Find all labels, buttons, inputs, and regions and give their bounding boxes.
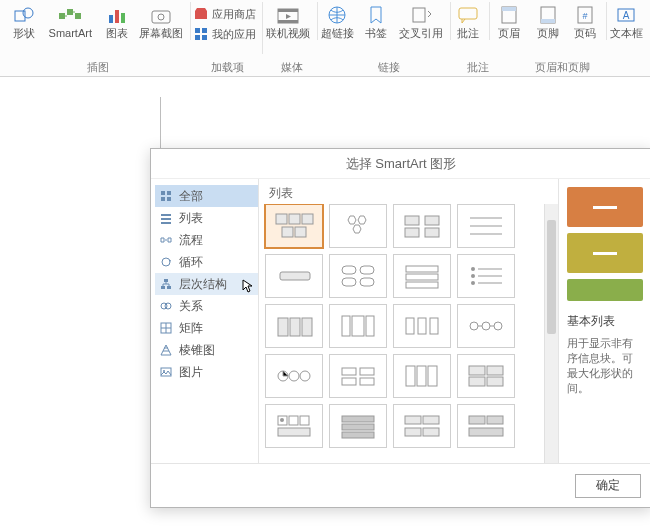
category-all-label: 全部 [179,188,203,205]
category-pyramid[interactable]: 棱锥图 [155,339,258,361]
thumb-varying-width-list[interactable] [329,304,387,348]
svg-rect-38 [161,286,165,289]
category-list-item[interactable]: 列表 [155,207,258,229]
thumb-continuous-picture-list[interactable] [457,354,515,398]
thumb-alternating-list[interactable] [393,404,451,448]
thumb-horizontal-picture-list[interactable] [393,354,451,398]
thumb-trapezoid-list[interactable] [393,304,451,348]
video-icon [276,4,300,26]
smartart-button[interactable]: SmartArt [43,2,98,40]
hierarchy-icon [159,277,173,291]
category-relationship[interactable]: 关系 [155,295,258,317]
svg-rect-48 [282,227,293,237]
scrollbar-thumb[interactable] [547,220,556,334]
thumb-bracket-list[interactable] [457,404,515,448]
svg-rect-11 [195,28,200,33]
pagenumber-button[interactable]: # 页码 [568,2,607,40]
svg-rect-54 [280,272,310,280]
svg-rect-58 [360,278,374,286]
svg-rect-69 [352,316,364,336]
appstore-button[interactable]: 应用商店 [193,4,256,24]
thumb-picture-caption-list[interactable] [393,204,451,248]
preview-swatch-3 [567,279,643,301]
dialog-title: 选择 SmartArt 图形 [151,149,650,179]
thumb-tab-list[interactable] [265,304,323,348]
svg-rect-100 [423,416,439,424]
bookmark-label: 书签 [365,27,387,40]
svg-rect-24 [541,19,555,23]
thumb-basic-block-list[interactable] [265,204,323,248]
svg-rect-17 [278,20,298,23]
category-cycle[interactable]: 循环 [155,251,258,273]
cycle-icon [159,255,173,269]
gallery-scrollbar[interactable] [544,204,558,463]
relationship-icon [159,299,173,313]
thumb-grouped-list[interactable] [329,354,387,398]
svg-rect-43 [161,368,171,376]
thumb-stacked-list-2[interactable] [329,404,387,448]
svg-rect-8 [152,11,170,23]
category-hierarchy[interactable]: 层次结构 [155,273,258,295]
preview-title: 基本列表 [567,313,643,330]
thumb-pie-process[interactable] [265,354,323,398]
footer-button[interactable]: 页脚 [529,2,568,40]
svg-rect-87 [469,366,485,375]
gallery-header: 列表 [259,179,558,204]
pyramid-icon [159,343,173,357]
crossref-button[interactable]: 交叉引用 [396,2,451,40]
svg-text:#: # [582,11,587,21]
thumb-lined-list[interactable] [457,204,515,248]
svg-rect-104 [487,416,503,424]
bookmark-icon [364,4,388,26]
svg-rect-19 [413,8,425,22]
ok-button[interactable]: 确定 [575,474,641,498]
svg-point-78 [289,371,299,381]
myapps-button[interactable]: 我的应用 [193,24,256,44]
screenshot-button[interactable]: 屏幕截图 [137,2,192,40]
svg-rect-30 [167,191,171,195]
group-links: 链接 [322,60,456,75]
thumb-vertical-bullet-list[interactable] [457,254,515,298]
category-process[interactable]: 流程 [155,229,258,251]
svg-point-79 [300,371,310,381]
svg-rect-32 [167,197,171,201]
svg-rect-105 [469,428,503,436]
textbox-icon: A [614,4,638,26]
group-headerfooter: 页眉和页脚 [500,60,624,75]
svg-rect-52 [405,228,419,237]
smartart-gallery: 列表 [259,179,559,463]
header-button[interactable]: 页眉 [490,2,529,40]
category-all[interactable]: 全部 [155,185,258,207]
category-picture[interactable]: 图片 [155,361,258,383]
svg-point-36 [162,258,170,266]
addins-group: 应用商店 我的应用 [191,2,263,54]
svg-rect-20 [459,8,477,19]
hyperlink-button[interactable]: 超链接 [318,2,357,40]
header-label: 页眉 [498,27,520,40]
shapes-button[interactable]: 形状 [4,2,43,40]
chart-button[interactable]: 图表 [98,2,137,40]
thumb-vertical-box-list[interactable] [265,254,323,298]
preview-swatch-2 [567,233,643,273]
thumb-descending-list[interactable] [457,304,515,348]
thumb-horizontal-bullet-list[interactable] [329,254,387,298]
bookmark-button[interactable]: 书签 [357,2,396,40]
svg-rect-5 [109,15,113,23]
svg-rect-57 [342,278,356,286]
svg-rect-33 [161,214,171,216]
thumb-vertical-picture-list[interactable] [265,404,323,448]
svg-rect-61 [406,282,438,288]
online-video-button[interactable]: 联机视频 [263,2,318,40]
svg-rect-72 [418,318,426,334]
preview-swatch-1 [567,187,643,227]
svg-point-62 [471,267,475,271]
category-matrix[interactable]: 矩阵 [155,317,258,339]
svg-rect-34 [161,218,171,220]
comment-button[interactable]: 批注 [451,2,490,40]
textbox-button[interactable]: A 文本框 [607,2,646,40]
thumb-square-accent-list[interactable] [393,254,451,298]
thumb-hexagon-cluster[interactable] [329,204,387,248]
svg-rect-70 [366,316,374,336]
svg-rect-68 [342,316,350,336]
crossref-label: 交叉引用 [399,27,443,40]
